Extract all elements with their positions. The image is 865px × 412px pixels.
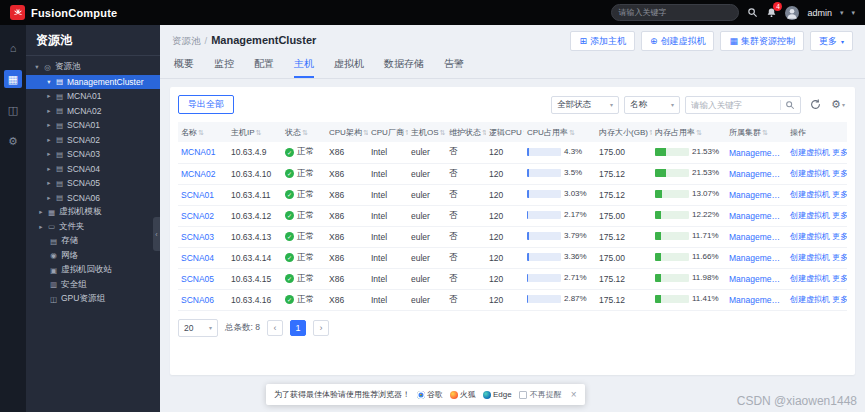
row-more-link[interactable]: 更多 xyxy=(832,253,847,262)
tab-概要[interactable]: 概要 xyxy=(174,57,194,78)
sort-icon[interactable]: ⇅ xyxy=(569,129,575,136)
sort-icon[interactable]: ⇅ xyxy=(256,129,262,136)
column-header[interactable]: 内存大小(GB)⇅ xyxy=(596,122,652,142)
tree-cluster-managementcluster[interactable]: ▾▤ManagementCluster xyxy=(26,75,160,90)
user-menu-chevron-icon[interactable]: ▾ xyxy=(840,9,844,17)
column-header[interactable]: 所属集群⇅ xyxy=(726,122,787,142)
row-create-vm-link[interactable]: 创建虚拟机 xyxy=(790,253,830,262)
top-more-chevron-icon[interactable]: ▾ xyxy=(851,9,855,17)
host-name-link[interactable]: SCNA06 xyxy=(181,295,214,305)
tree-cluster-mcna02[interactable]: ▸▤MCNA02 xyxy=(26,104,160,119)
field-filter-select[interactable]: 名称 ▾ xyxy=(624,96,680,114)
cluster-link[interactable]: ManagementCluster xyxy=(729,274,784,284)
expand-icon[interactable]: ▸ xyxy=(36,208,46,216)
expand-icon[interactable]: ▸ xyxy=(44,107,54,115)
column-header[interactable]: 主机IP⇅ xyxy=(228,122,282,142)
cluster-link[interactable]: ManagementCluster xyxy=(729,169,784,179)
prev-page-button[interactable]: ‹ xyxy=(267,320,283,336)
column-header[interactable]: 逻辑CPU⇅ xyxy=(486,122,524,142)
create-vm-button[interactable]: ⊕ 创建虚拟机 xyxy=(641,31,715,51)
row-create-vm-link[interactable]: 创建虚拟机 xyxy=(790,274,830,283)
breadcrumb-parent[interactable]: 资源池 xyxy=(172,35,201,48)
cluster-resource-control-button[interactable]: ▦ 集群资源控制 xyxy=(720,31,804,51)
resource-pool-rail-icon[interactable]: ▦ xyxy=(4,70,22,88)
vm-monitor-icon[interactable]: ◫ xyxy=(4,101,22,119)
host-name-link[interactable]: SCNA04 xyxy=(181,253,214,263)
sidebar-collapse-handle[interactable]: ‹ xyxy=(153,217,160,251)
tree-cluster-scna03[interactable]: ▸▤SCNA03 xyxy=(26,147,160,162)
row-create-vm-link[interactable]: 创建虚拟机 xyxy=(790,232,830,241)
column-header[interactable]: CPU架构⇅ xyxy=(326,122,368,142)
table-search-input[interactable] xyxy=(691,100,776,110)
tree-cluster-mcna01[interactable]: ▸▤MCNA01 xyxy=(26,89,160,104)
sort-icon[interactable]: ⇅ xyxy=(762,129,768,136)
tree-item-vm-recycle-bin[interactable]: ▣虚拟机回收站 xyxy=(26,263,160,278)
cluster-link[interactable]: ManagementCluster xyxy=(729,253,784,263)
global-search-icon[interactable] xyxy=(747,7,758,18)
tree-root-resource-pool[interactable]: ▾◎资源池 xyxy=(26,60,160,75)
host-name-link[interactable]: MCNA01 xyxy=(181,147,215,157)
tab-监控[interactable]: 监控 xyxy=(214,57,234,78)
expand-icon[interactable]: ▸ xyxy=(44,179,54,187)
global-search-input[interactable] xyxy=(618,8,732,17)
tab-配置[interactable]: 配置 xyxy=(254,57,274,78)
column-settings-icon[interactable]: ⚙▾ xyxy=(829,96,847,114)
column-header[interactable]: 主机OS⇅ xyxy=(408,122,446,142)
dismiss-checkbox[interactable]: 不再提醒 xyxy=(519,389,562,400)
banner-close-icon[interactable]: × xyxy=(571,389,577,400)
row-create-vm-link[interactable]: 创建虚拟机 xyxy=(790,190,830,199)
sort-icon[interactable]: ⇅ xyxy=(649,129,652,136)
expand-icon[interactable]: ▸ xyxy=(44,194,54,202)
sort-icon[interactable]: ⇅ xyxy=(523,129,524,136)
expand-icon[interactable]: ▸ xyxy=(44,92,54,100)
host-name-link[interactable]: SCNA01 xyxy=(181,190,214,200)
tab-告警[interactable]: 告警 xyxy=(444,57,464,78)
column-header[interactable]: CPU占用率⇅ xyxy=(524,122,596,142)
row-more-link[interactable]: 更多 xyxy=(832,295,847,304)
collapse-icon[interactable]: ▾ xyxy=(32,63,42,71)
cluster-link[interactable]: ManagementCluster xyxy=(729,190,784,200)
row-more-link[interactable]: 更多 xyxy=(832,211,847,220)
row-create-vm-link[interactable]: 创建虚拟机 xyxy=(790,211,830,220)
row-more-link[interactable]: 更多 xyxy=(832,232,847,241)
column-header[interactable]: 内存占用率⇅ xyxy=(652,122,726,142)
sort-icon[interactable]: ⇅ xyxy=(198,129,204,136)
row-create-vm-link[interactable]: 创建虚拟机 xyxy=(790,295,830,304)
checkbox-icon[interactable] xyxy=(519,391,527,399)
tree-cluster-scna01[interactable]: ▸▤SCNA01 xyxy=(26,118,160,133)
tree-cluster-scna04[interactable]: ▸▤SCNA04 xyxy=(26,162,160,177)
sort-icon[interactable]: ⇅ xyxy=(302,129,308,136)
sort-icon[interactable]: ⇅ xyxy=(405,129,408,136)
table-search-icon[interactable] xyxy=(785,100,795,110)
tree-item-folder[interactable]: ▸▭文件夹 xyxy=(26,220,160,235)
collapse-icon[interactable]: ▾ xyxy=(44,78,54,86)
cluster-link[interactable]: ManagementCluster xyxy=(729,232,784,242)
expand-icon[interactable]: ▸ xyxy=(44,150,54,158)
column-header[interactable]: CPU厂商⇅ xyxy=(368,122,408,142)
row-create-vm-link[interactable]: 创建虚拟机 xyxy=(790,148,830,157)
column-header[interactable]: 状态⇅ xyxy=(282,122,326,142)
cluster-link[interactable]: ManagementCluster xyxy=(729,295,784,305)
expand-icon[interactable]: ▸ xyxy=(44,121,54,129)
sort-icon[interactable]: ⇅ xyxy=(363,129,368,136)
tab-主机[interactable]: 主机 xyxy=(294,57,314,78)
row-more-link[interactable]: 更多 xyxy=(832,169,847,178)
sort-icon[interactable]: ⇅ xyxy=(482,129,486,136)
row-more-link[interactable]: 更多 xyxy=(832,190,847,199)
row-more-link[interactable]: 更多 xyxy=(832,274,847,283)
expand-icon[interactable]: ▸ xyxy=(44,136,54,144)
expand-icon[interactable]: ▸ xyxy=(36,223,46,231)
tree-item-gpu-resource-group[interactable]: ◫GPU资源组 xyxy=(26,292,160,307)
tab-虚拟机[interactable]: 虚拟机 xyxy=(334,57,364,78)
status-filter-select[interactable]: 全部状态 ▾ xyxy=(551,96,619,114)
tree-item-vm-template[interactable]: ▸▦虚拟机模板 xyxy=(26,205,160,220)
more-actions-button[interactable]: 更多 ▾ xyxy=(810,31,853,51)
row-create-vm-link[interactable]: 创建虚拟机 xyxy=(790,169,830,178)
tree-item-storage[interactable]: ▤存储 xyxy=(26,234,160,249)
page-size-select[interactable]: 20 ▾ xyxy=(178,319,218,337)
cluster-link[interactable]: ManagementCluster xyxy=(729,148,784,158)
export-all-button[interactable]: 导出全部 xyxy=(178,95,234,114)
sort-icon[interactable]: ⇅ xyxy=(696,129,702,136)
browser-chrome-link[interactable]: 谷歌 xyxy=(417,389,443,400)
host-name-link[interactable]: SCNA03 xyxy=(181,232,214,242)
